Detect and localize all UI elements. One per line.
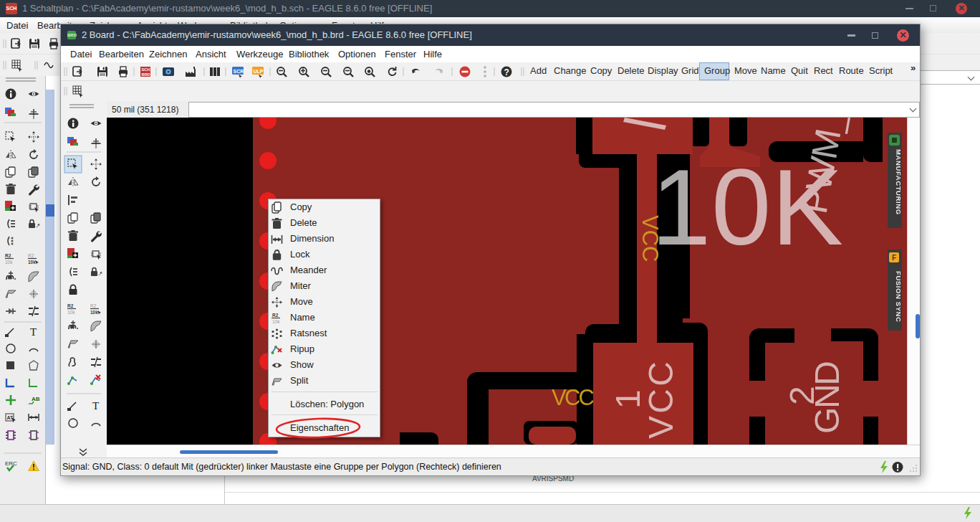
svg-text:FUSION SYNC: FUSION SYNC bbox=[895, 271, 903, 323]
svg-text:MANUFACTURING: MANUFACTURING bbox=[895, 149, 903, 215]
svg-text:VCC: VCC bbox=[638, 215, 663, 262]
svg-text:R2: R2 bbox=[272, 313, 279, 318]
svg-text:F: F bbox=[892, 254, 896, 262]
svg-text:GND: GND bbox=[808, 361, 846, 434]
svg-text:VCC: VCC bbox=[642, 361, 680, 439]
svg-text:10k: 10k bbox=[272, 319, 280, 324]
svg-text:VCC: VCC bbox=[552, 385, 595, 410]
